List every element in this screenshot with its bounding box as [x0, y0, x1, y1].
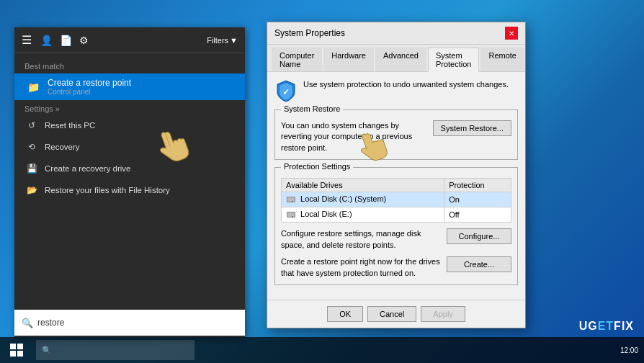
reset-this-pc-item[interactable]: ↺ Reset this PC — [14, 115, 245, 136]
svg-text:✓: ✓ — [282, 87, 290, 97]
cancel-button[interactable]: Cancel — [367, 306, 416, 322]
tab-advanced[interactable]: Advanced — [375, 48, 426, 71]
create-row: Create a restore point right now for the… — [281, 256, 511, 279]
protection-settings-group: Protection Settings Available Drives Pro… — [274, 167, 518, 285]
shield-icon: ✓ — [274, 79, 298, 102]
tab-computer-name[interactable]: Computer Name — [272, 48, 322, 71]
create-restore-point-item[interactable]: 📁 Create a restore point Control panel — [14, 73, 245, 100]
best-match-label: Best match — [14, 59, 245, 73]
start-menu: ☰ 👤 📄 ⚙ Filters ▼ Best match 📁 Create a … — [14, 27, 245, 337]
settings-icon[interactable]: ⚙ — [79, 35, 89, 46]
svg-rect-8 — [17, 344, 23, 349]
tab-hardware[interactable]: Hardware — [323, 48, 374, 71]
apply-button[interactable]: Apply — [421, 306, 465, 322]
dialog-tabs: Computer Name Hardware Advanced System P… — [267, 45, 525, 72]
dialog-body: ✓ Use system protection to undo unwanted… — [267, 72, 525, 300]
system-restore-content: You can undo system changes by reverting… — [275, 110, 517, 159]
filters-button[interactable]: Filters ▼ — [207, 36, 238, 45]
recovery-drive-icon: 💾 — [24, 161, 39, 176]
drive-c-protection: On — [444, 192, 511, 207]
watermark-ug: UG — [579, 320, 598, 332]
drives-table: Available Drives Protection — [281, 178, 511, 223]
drive-name-e: Local Disk (E:) — [282, 207, 444, 223]
system-restore-row: You can undo system changes by reverting… — [281, 120, 511, 153]
dialog-title: System Properties — [274, 28, 345, 38]
drive-e-icon — [286, 210, 296, 220]
start-menu-content: Best match 📁 Create a restore point Cont… — [14, 53, 245, 316]
taskbar-search-icon: 🔍 — [42, 346, 52, 355]
drive-name-c: Local Disk (C:) (System) — [282, 192, 444, 207]
table-row[interactable]: Local Disk (C:) (System) On — [282, 192, 511, 207]
create-text: Create a restore point right now for the… — [281, 256, 441, 279]
search-icon: 🔍 — [22, 318, 33, 328]
recovery-icon: ⟲ — [24, 140, 39, 154]
system-properties-dialog: System Properties ✕ Computer Name Hardwa… — [267, 22, 526, 328]
svg-point-3 — [292, 201, 293, 202]
create-button[interactable]: Create... — [447, 256, 511, 272]
configure-row: Configure restore settings, manage disk … — [281, 228, 511, 251]
create-recovery-drive-item[interactable]: 💾 Create a recovery drive — [14, 158, 245, 179]
documents-icon[interactable]: 📄 — [60, 35, 72, 46]
taskbar-search[interactable]: 🔍 — [36, 340, 194, 360]
dialog-titlebar[interactable]: System Properties ✕ — [267, 22, 525, 45]
restore-point-icon: 📁 — [24, 79, 42, 96]
protection-settings-label: Protection Settings — [281, 162, 353, 171]
taskbar: 🔍 12:00 — [0, 337, 644, 363]
dialog-close-button[interactable]: ✕ — [505, 27, 518, 40]
desktop: System Properties ✕ Computer Name Hardwa… — [0, 0, 644, 363]
system-restore-label: System Restore — [281, 104, 343, 113]
dialog-header-row: ✓ Use system protection to undo unwanted… — [274, 79, 518, 102]
tab-remote[interactable]: Remote — [480, 48, 524, 71]
column-drives: Available Drives — [282, 179, 444, 192]
configure-text: Configure restore settings, manage disk … — [281, 228, 441, 251]
svg-rect-10 — [17, 351, 23, 357]
svg-rect-5 — [287, 212, 295, 217]
watermark-fix: FIX — [614, 320, 634, 332]
start-button[interactable] — [0, 337, 33, 363]
protection-settings-content: Available Drives Protection — [275, 168, 517, 284]
reset-icon: ↺ — [24, 118, 39, 133]
user-icon[interactable]: 👤 — [40, 35, 53, 46]
dialog-footer: OK Cancel Apply — [267, 300, 525, 328]
hamburger-icon[interactable]: ☰ — [22, 33, 32, 47]
ok-button[interactable]: OK — [327, 306, 363, 322]
windows-logo-icon — [9, 343, 24, 357]
start-menu-top: ☰ 👤 📄 ⚙ Filters ▼ — [14, 27, 245, 53]
file-history-icon: 📂 — [24, 183, 39, 197]
chevron-down-icon: ▼ — [230, 36, 238, 45]
dialog-header-text: Use system protection to undo unwanted s… — [303, 79, 509, 90]
restore-files-item[interactable]: 📂 Restore your files with File History — [14, 179, 245, 201]
configure-button[interactable]: Configure... — [447, 228, 511, 244]
settings-divider: Settings » — [14, 100, 245, 115]
svg-rect-7 — [10, 344, 16, 349]
svg-point-6 — [292, 216, 293, 218]
taskbar-right: 12:00 — [620, 346, 644, 354]
drive-c-icon — [286, 194, 296, 205]
search-input[interactable] — [37, 318, 238, 328]
drive-e-protection: Off — [444, 207, 511, 223]
restore-point-title: Create a restore point — [48, 78, 131, 88]
svg-rect-2 — [287, 197, 295, 202]
restore-point-subtitle: Control panel — [48, 88, 131, 96]
system-restore-text: You can undo system changes by reverting… — [281, 120, 427, 153]
tab-system-protection[interactable]: System Protection — [428, 48, 480, 72]
system-restore-button[interactable]: System Restore... — [433, 120, 511, 136]
search-bar: 🔍 — [14, 310, 245, 336]
taskbar-time: 12:00 — [620, 346, 638, 354]
watermark: UGETFIX — [579, 320, 634, 333]
watermark-et: ET — [598, 320, 614, 332]
recovery-item[interactable]: ⟲ Recovery — [14, 136, 245, 158]
system-restore-group: System Restore You can undo system chang… — [274, 109, 518, 160]
column-protection: Protection — [444, 179, 511, 192]
table-row[interactable]: Local Disk (E:) Off — [282, 207, 511, 223]
svg-rect-9 — [10, 351, 16, 357]
